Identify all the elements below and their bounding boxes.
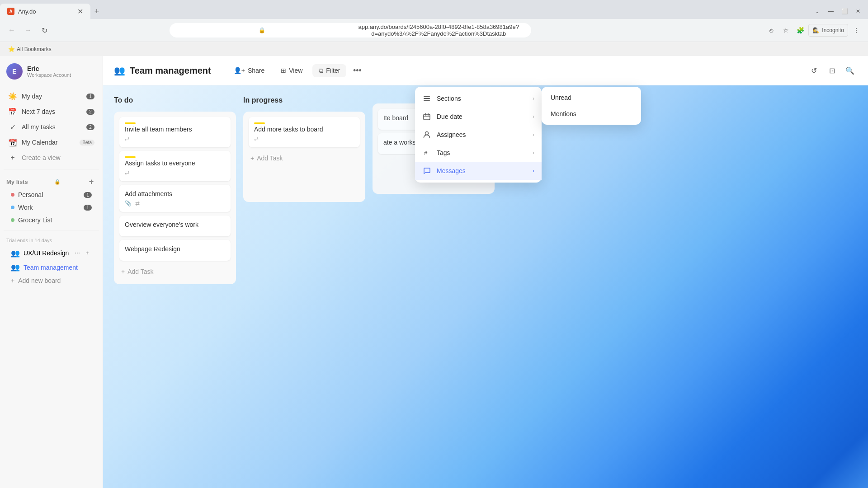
share-label: Share (248, 67, 264, 74)
svg-point-4 (425, 132, 429, 135)
sidebar-nav: ☀️ My day 1 📅 Next 7 days 2 ✓ All my tas… (0, 87, 103, 167)
due-date-chevron: › (533, 113, 534, 120)
address-bar[interactable]: 🔒 app.any.do/boards/f245600a-28f0-4892-8… (170, 23, 531, 38)
bookmarks-icon: ⭐ (8, 46, 15, 52)
calendar-icon: 📆 (8, 138, 17, 147)
card-overview[interactable]: Overview everyone's work (119, 216, 231, 236)
maximize-button[interactable]: ⬜ (838, 5, 851, 18)
incognito-icon: 🕵 (812, 27, 819, 33)
filter-button[interactable]: ⧉ Filter (312, 64, 346, 77)
avatar[interactable]: E (6, 63, 23, 80)
card-attachments[interactable]: Add attachments 📎 ⇄ (119, 185, 231, 212)
incognito-badge[interactable]: 🕵 Incognito (808, 24, 848, 37)
in-progress-cards: Add more tasks to board ⇄ + Add Task (243, 112, 365, 202)
view-button[interactable]: ⊞ View (274, 64, 309, 77)
svg-rect-2 (424, 100, 430, 101)
workspace-header[interactable]: 👥 UX/UI Redesign ⋯ + (6, 246, 96, 260)
browser-chrome: A Any.do ✕ + ⌄ — ⬜ ✕ ← → ↻ 🔒 app.any.do/… (0, 0, 868, 56)
view-label: View (289, 67, 302, 74)
card-assign-tasks[interactable]: Assign tasks to everyone ⇄ (119, 151, 231, 181)
more-options-button[interactable]: ••• (350, 63, 364, 78)
assignees-icon (422, 130, 431, 139)
search-icon[interactable]: 🔍 (843, 63, 857, 78)
cast-icon[interactable]: ⎋ (765, 24, 778, 37)
grocery-label: Grocery List (18, 216, 92, 224)
card-indicator-2 (125, 156, 136, 158)
workspace-actions: ⋯ + (73, 249, 92, 258)
back-button[interactable]: ← (5, 24, 18, 37)
add-task-label-2: Add Task (257, 155, 283, 162)
paperclip-icon: 📎 (125, 200, 132, 206)
user-subtitle: Workspace Account (27, 72, 71, 78)
refresh-button[interactable]: ↻ (38, 24, 51, 37)
browser-tab[interactable]: A Any.do ✕ (0, 4, 90, 19)
forward-button[interactable]: → (22, 24, 34, 37)
share-button[interactable]: 👤+ Share (227, 64, 271, 77)
move-icon-4: ⇄ (254, 136, 259, 142)
workspace-icon: 👥 (11, 249, 20, 258)
card-actions: ⇄ (125, 136, 225, 142)
header-actions: 👤+ Share ⊞ View ⧉ Filter ••• (227, 63, 365, 78)
minimize-button[interactable]: — (825, 5, 837, 18)
messages-label: Messages (437, 167, 527, 174)
bookmarks-folder[interactable]: ⭐ All Bookmarks (5, 45, 54, 53)
add-list-button[interactable]: + (86, 177, 96, 187)
beta-badge: Beta (80, 140, 94, 145)
due-date-label: Due date (437, 113, 527, 120)
undo-icon[interactable]: ↺ (807, 63, 821, 78)
list-item-work[interactable]: Work 1 (6, 201, 96, 214)
filter-item-tags[interactable]: # Tags › (415, 144, 542, 162)
filter-item-sections[interactable]: Sections › (415, 89, 542, 108)
lock-icon: 🔒 (175, 27, 349, 33)
tags-label: Tags (437, 149, 527, 156)
user-name: Eric (27, 65, 71, 72)
add-board-button[interactable]: + Add new board (6, 274, 96, 287)
svg-rect-1 (424, 98, 430, 99)
layout-icon[interactable]: ⊡ (825, 63, 839, 78)
sun-icon: ☀️ (8, 92, 17, 101)
filter-item-assignees[interactable]: Assignees › (415, 126, 542, 144)
extensions-icon[interactable]: 🧩 (794, 24, 807, 37)
list-item-personal[interactable]: Personal 1 (6, 188, 96, 201)
my-day-badge: 1 (86, 94, 94, 99)
my-lists-label: My lists (6, 178, 28, 185)
card-actions-4: ⇄ (254, 136, 354, 142)
card-title: Invite all team members (125, 126, 225, 133)
add-board-label: Add new board (18, 277, 61, 284)
sidebar-item-next-7-days[interactable]: 📅 Next 7 days 2 (4, 104, 99, 119)
todo-column: To do Invite all team members ⇄ Assign t… (114, 94, 236, 479)
sidebar-item-my-day[interactable]: ☀️ My day 1 (4, 89, 99, 104)
close-button[interactable]: ✕ (852, 5, 864, 18)
sidebar-item-all-tasks[interactable]: ✓ All my tasks 2 (4, 119, 99, 135)
add-task-plus-icon-2: + (250, 155, 254, 162)
personal-badge: 1 (84, 192, 92, 198)
bookmarks-label: All Bookmarks (17, 46, 52, 52)
board-item-team-management[interactable]: 👥 Team management (6, 260, 96, 274)
submenu-unread[interactable]: Unread (542, 89, 641, 106)
submenu-mentions[interactable]: Mentions (542, 106, 641, 122)
calendar-week-icon: 📅 (8, 107, 17, 116)
tab-close-button[interactable]: ✕ (77, 7, 83, 16)
sidebar-item-calendar[interactable]: 📆 My Calendar Beta (4, 135, 99, 150)
messages-icon (422, 166, 431, 175)
card-add-more-tasks[interactable]: Add more tasks to board ⇄ (249, 117, 360, 147)
dropdown-arrow[interactable]: ⌄ (811, 5, 824, 18)
add-task-button-todo[interactable]: + Add Task (119, 264, 231, 279)
filter-item-messages[interactable]: Messages › (415, 162, 542, 180)
card-webpage[interactable]: Webpage Redesign (119, 240, 231, 261)
board-header: 👥 Team management 👤+ Share ⊞ View ⧉ Filt… (103, 56, 868, 85)
bookmark-star-icon[interactable]: ☆ (779, 24, 792, 37)
list-item-grocery[interactable]: Grocery List (6, 214, 96, 226)
new-tab-button[interactable]: + (90, 5, 103, 18)
create-view-item[interactable]: + Create a view (4, 150, 99, 165)
card-invite-members[interactable]: Invite all team members ⇄ (119, 117, 231, 147)
main-content: 👥 Team management 👤+ Share ⊞ View ⧉ Filt… (103, 56, 868, 488)
workspace-name: UX/UI Redesign (24, 249, 69, 257)
menu-button[interactable]: ⋮ (850, 24, 863, 37)
workspace-add-button[interactable]: + (83, 249, 92, 258)
add-task-button-progress[interactable]: + Add Task (249, 151, 360, 165)
sections-label: Sections (437, 95, 527, 102)
filter-item-due-date[interactable]: Due date › (415, 108, 542, 126)
right-actions: ↺ ⊡ 🔍 (807, 63, 857, 78)
workspace-menu-button[interactable]: ⋯ (73, 249, 82, 258)
